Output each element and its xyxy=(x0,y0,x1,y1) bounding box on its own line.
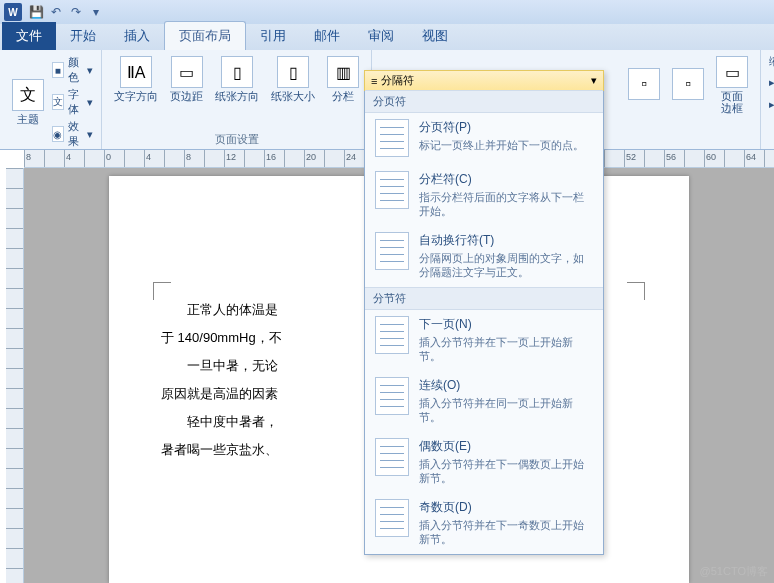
break-option-icon xyxy=(375,119,409,157)
break-option-section-3[interactable]: 奇数页(D)插入分节符并在下一奇数页上开始新节。 xyxy=(365,493,603,554)
break-option-section-0[interactable]: 下一页(N)插入分节符并在下一页上开始新节。 xyxy=(365,310,603,371)
paper-size-button[interactable]: ▯纸张大小 xyxy=(267,54,319,104)
break-option-icon xyxy=(375,316,409,354)
page-borders-icon: ▭ xyxy=(716,56,748,88)
redo-icon[interactable]: ↷ xyxy=(68,4,84,20)
quick-access-toolbar: 💾 ↶ ↷ ▾ xyxy=(28,4,104,20)
break-option-desc: 标记一页终止并开始下一页的点。 xyxy=(419,138,584,152)
break-option-section-2[interactable]: 偶数页(E)插入分节符并在下一偶数页上开始新节。 xyxy=(365,432,603,493)
tab-review[interactable]: 审阅 xyxy=(354,22,408,50)
save-icon[interactable]: 💾 xyxy=(28,4,44,20)
break-option-section-1[interactable]: 连续(O)插入分节符并在同一页上开始新节。 xyxy=(365,371,603,432)
orientation-button[interactable]: ▯纸张方向 xyxy=(211,54,263,104)
group-paragraph: 缩进 ▸左: 0 字符▲▼ ▸右: 0 字符▲▼ 段 xyxy=(761,50,774,149)
margins-icon: ▭ xyxy=(171,56,203,88)
tab-file[interactable]: 文件 xyxy=(2,22,56,50)
break-option-title: 下一页(N) xyxy=(419,316,593,333)
tab-view[interactable]: 视图 xyxy=(408,22,462,50)
break-option-desc: 插入分节符并在下一奇数页上开始新节。 xyxy=(419,518,593,546)
break-option-desc: 插入分节符并在同一页上开始新节。 xyxy=(419,396,593,424)
word-icon: W xyxy=(4,3,22,21)
margin-corner-tr xyxy=(627,282,645,300)
indent-right-row: ▸右: 0 字符▲▼ xyxy=(769,93,774,115)
theme-fonts-button[interactable]: 文字体▾ xyxy=(52,86,93,118)
break-option-title: 奇数页(D) xyxy=(419,499,593,516)
tab-insert[interactable]: 插入 xyxy=(110,22,164,50)
text-direction-button[interactable]: ⅡA文字方向 xyxy=(110,54,162,104)
theme-effects-button[interactable]: ◉效果▾ xyxy=(52,118,93,150)
break-option-title: 偶数页(E) xyxy=(419,438,593,455)
text-direction-icon: ⅡA xyxy=(120,56,152,88)
watermark-text: @51CTO博客 xyxy=(700,564,768,579)
columns-button[interactable]: ▥分栏 xyxy=(323,54,363,104)
title-bar: W 💾 ↶ ↷ ▾ xyxy=(0,0,774,24)
break-option-icon xyxy=(375,232,409,270)
paper-size-icon: ▯ xyxy=(277,56,309,88)
break-option-title: 自动换行符(T) xyxy=(419,232,593,249)
tab-mailings[interactable]: 邮件 xyxy=(300,22,354,50)
breaks-icon: ≡ xyxy=(371,75,377,87)
margin-corner-tl xyxy=(153,282,171,300)
page-color-button[interactable]: ▫ xyxy=(668,66,708,104)
break-option-desc: 插入分节符并在下一偶数页上开始新节。 xyxy=(419,457,593,485)
break-option-icon xyxy=(375,438,409,476)
watermark-icon: ▫ xyxy=(628,68,660,100)
break-option-title: 分页符(P) xyxy=(419,119,584,136)
break-option-icon xyxy=(375,377,409,415)
page-borders-button[interactable]: ▭页面边框 xyxy=(712,54,752,116)
themes-icon: 文 xyxy=(12,79,44,111)
fonts-icon: 文 xyxy=(52,94,64,110)
theme-colors-button[interactable]: ■颜色▾ xyxy=(52,54,93,86)
vertical-ruler[interactable] xyxy=(6,168,24,583)
indent-label: 缩进 xyxy=(769,54,774,71)
group-label-page-setup: 页面设置 xyxy=(110,132,363,147)
tab-page-layout[interactable]: 页面布局 xyxy=(164,21,246,50)
group-page-setup: ⅡA文字方向 ▭页边距 ▯纸张方向 ▯纸张大小 ▥分栏 页面设置 xyxy=(102,50,372,149)
break-option-desc: 插入分节符并在下一页上开始新节。 xyxy=(419,335,593,363)
break-option-page-1[interactable]: 分栏符(C)指示分栏符后面的文字将从下一栏开始。 xyxy=(365,165,603,226)
watermark-button[interactable]: ▫ xyxy=(624,66,664,104)
breaks-dropdown-header[interactable]: ≡分隔符▾ xyxy=(364,70,604,91)
tab-references[interactable]: 引用 xyxy=(246,22,300,50)
break-option-title: 分栏符(C) xyxy=(419,171,593,188)
break-option-page-2[interactable]: 自动换行符(T)分隔网页上的对象周围的文字，如分隔题注文字与正文。 xyxy=(365,226,603,287)
group-themes: 文 主题 ■颜色▾ 文字体▾ ◉效果▾ 主题 xyxy=(0,50,102,149)
breaks-dropdown: ≡分隔符▾ 分页符 分页符(P)标记一页终止并开始下一页的点。分栏符(C)指示分… xyxy=(364,70,604,555)
columns-icon: ▥ xyxy=(327,56,359,88)
break-option-desc: 分隔网页上的对象周围的文字，如分隔题注文字与正文。 xyxy=(419,251,593,279)
colors-icon: ■ xyxy=(52,62,64,78)
effects-icon: ◉ xyxy=(52,126,64,142)
break-option-page-0[interactable]: 分页符(P)标记一页终止并开始下一页的点。 xyxy=(365,113,603,165)
break-option-icon xyxy=(375,171,409,209)
indent-right-icon: ▸ xyxy=(769,98,774,111)
section-page-breaks: 分页符 xyxy=(365,90,603,113)
themes-button[interactable]: 文 主题 xyxy=(8,77,48,127)
page-color-icon: ▫ xyxy=(672,68,704,100)
break-option-icon xyxy=(375,499,409,537)
tab-home[interactable]: 开始 xyxy=(56,22,110,50)
indent-left-row: ▸左: 0 字符▲▼ xyxy=(769,71,774,93)
orientation-icon: ▯ xyxy=(221,56,253,88)
undo-icon[interactable]: ↶ xyxy=(48,4,64,20)
indent-left-icon: ▸ xyxy=(769,76,774,89)
ribbon: 文 主题 ■颜色▾ 文字体▾ ◉效果▾ 主题 ⅡA文字方向 ▭页边距 ▯纸张方向… xyxy=(0,50,774,150)
break-option-desc: 指示分栏符后面的文字将从下一栏开始。 xyxy=(419,190,593,218)
group-label-paragraph: 段 xyxy=(769,132,774,147)
break-option-title: 连续(O) xyxy=(419,377,593,394)
group-page-background: ▫ ▫ ▭页面边框 xyxy=(616,50,761,149)
margins-button[interactable]: ▭页边距 xyxy=(166,54,207,104)
qat-more-icon[interactable]: ▾ xyxy=(88,4,104,20)
ribbon-tabs: 文件 开始 插入 页面布局 引用 邮件 审阅 视图 xyxy=(0,24,774,50)
section-section-breaks: 分节符 xyxy=(365,287,603,310)
